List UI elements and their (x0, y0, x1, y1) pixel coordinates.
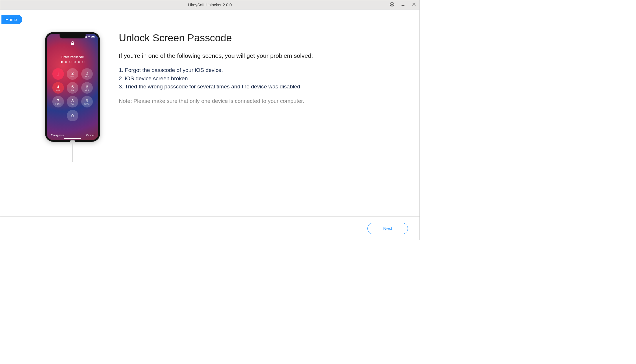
close-button[interactable] (410, 0, 418, 10)
svg-rect-6 (92, 36, 94, 37)
passcode-dot (74, 61, 76, 63)
passcode-dots (61, 61, 84, 63)
svg-point-0 (391, 4, 393, 5)
page-subheading: If you're in one of the following scenes… (119, 52, 408, 59)
minimize-icon (401, 2, 405, 8)
content-area: Home ▮▮▮ (0, 10, 419, 216)
settings-button[interactable] (388, 0, 396, 10)
svg-rect-8 (71, 43, 74, 45)
gear-icon (390, 2, 394, 8)
passcode-dot (69, 61, 71, 63)
keypad-key-5: 5JKL (67, 82, 78, 94)
passcode-dot (65, 61, 67, 63)
emergency-label: Emergency (51, 134, 64, 137)
note-text: Note: Please make sure that only one dev… (119, 98, 408, 104)
keypad-key-0: 0 (67, 110, 78, 121)
svg-point-4 (89, 37, 89, 38)
passcode-dot (82, 61, 84, 63)
enter-passcode-label: Enter Passcode (61, 55, 84, 59)
keypad-key-8: 8TUV (67, 96, 78, 107)
keypad-key-7: 7PQRS (52, 96, 64, 107)
scene-item: 1. Forgot the passcode of your iOS devic… (119, 66, 408, 75)
phone-bottom-row: Emergency Cancel (47, 134, 98, 137)
passcode-dot (61, 61, 63, 63)
lock-icon (71, 41, 75, 47)
next-button[interactable]: Next (367, 223, 408, 234)
next-button-label: Next (383, 226, 392, 231)
keypad-key-1: 1 (52, 68, 64, 80)
home-button-label: Home (5, 17, 17, 22)
window-title: UkeySoft Unlocker 2.0.0 (188, 3, 232, 7)
keypad-key-2: 2ABC (67, 68, 78, 80)
battery-icon (91, 36, 95, 38)
close-icon (412, 2, 416, 8)
scene-item: 2. iOS device screen broken. (119, 75, 408, 83)
scene-list: 1. Forgot the passcode of your iOS devic… (119, 66, 408, 91)
cancel-label: Cancel (86, 134, 94, 137)
phone-keypad: 1 2ABC 3DEF 4GHI 5JKL 6MNO 7PQRS 8TUV 9W… (52, 68, 93, 121)
phone-mockup: ▮▮▮ Enter Passcode (45, 32, 100, 142)
home-button[interactable]: Home (1, 15, 22, 24)
passcode-dot (78, 61, 80, 63)
minimize-button[interactable] (399, 0, 407, 10)
wifi-icon (88, 36, 90, 38)
keypad-key-6: 6MNO (81, 82, 93, 94)
footer: Next (0, 216, 419, 240)
phone-illustration: ▮▮▮ Enter Passcode (44, 32, 101, 162)
keypad-key-3: 3DEF (81, 68, 93, 80)
keypad-key-4: 4GHI (52, 82, 64, 94)
svg-rect-7 (95, 36, 95, 37)
info-panel: Unlock Screen Passcode If you're in one … (119, 32, 408, 162)
keypad-key-9: 9WXYZ (81, 96, 93, 107)
usb-cable-icon (72, 142, 73, 162)
titlebar-controls (388, 0, 418, 9)
home-indicator (64, 138, 81, 139)
page-heading: Unlock Screen Passcode (119, 32, 408, 44)
titlebar: UkeySoft Unlocker 2.0.0 (0, 0, 419, 10)
phone-notch (60, 34, 86, 38)
scene-item: 3. Tried the wrong passcode for several … (119, 83, 408, 91)
phone-screen: ▮▮▮ Enter Passcode (47, 34, 98, 140)
